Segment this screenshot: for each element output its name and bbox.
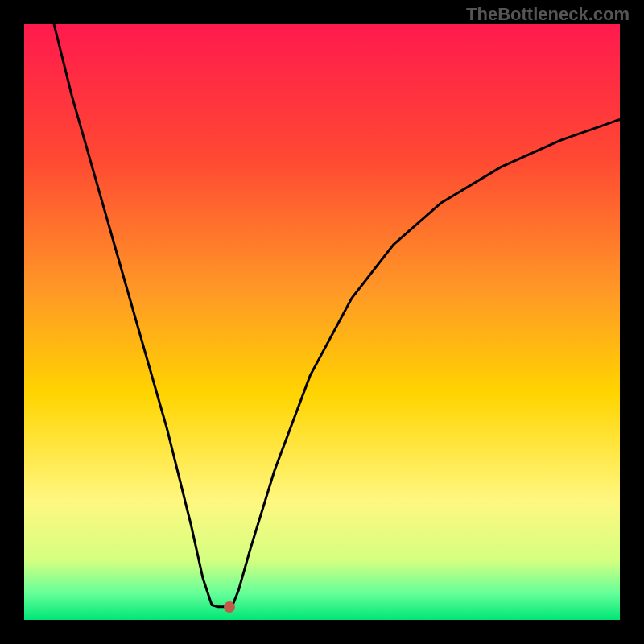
watermark-text: TheBottleneck.com — [466, 4, 630, 25]
marker-dot — [224, 601, 235, 613]
chart-container: TheBottleneck.com — [0, 0, 644, 644]
plot-area — [24, 24, 620, 620]
curve-line — [24, 24, 620, 620]
